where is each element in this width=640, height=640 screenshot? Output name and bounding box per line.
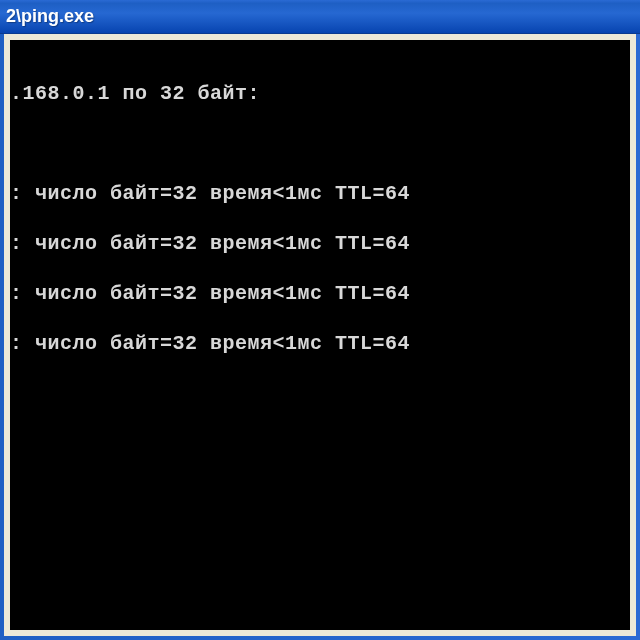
ping-reply: : число байт=32 время<1мс TTL=64 (10, 331, 630, 356)
window-title: 2\ping.exe (6, 6, 94, 27)
ping-reply: : число байт=32 время<1мс TTL=64 (10, 231, 630, 256)
titlebar[interactable]: 2\ping.exe (0, 0, 640, 34)
inner-border: .168.0.1 по 32 байт: : число байт=32 вре… (4, 34, 636, 636)
ping-header: .168.0.1 по 32 байт: (10, 81, 630, 106)
ping-reply: : число байт=32 время<1мс TTL=64 (10, 181, 630, 206)
blank-line (10, 131, 630, 156)
window-border: .168.0.1 по 32 байт: : число байт=32 вре… (0, 34, 640, 640)
console-output[interactable]: .168.0.1 по 32 байт: : число байт=32 вре… (10, 40, 630, 630)
window: 2\ping.exe .168.0.1 по 32 байт: : число … (0, 0, 640, 640)
ping-reply: : число байт=32 время<1мс TTL=64 (10, 281, 630, 306)
